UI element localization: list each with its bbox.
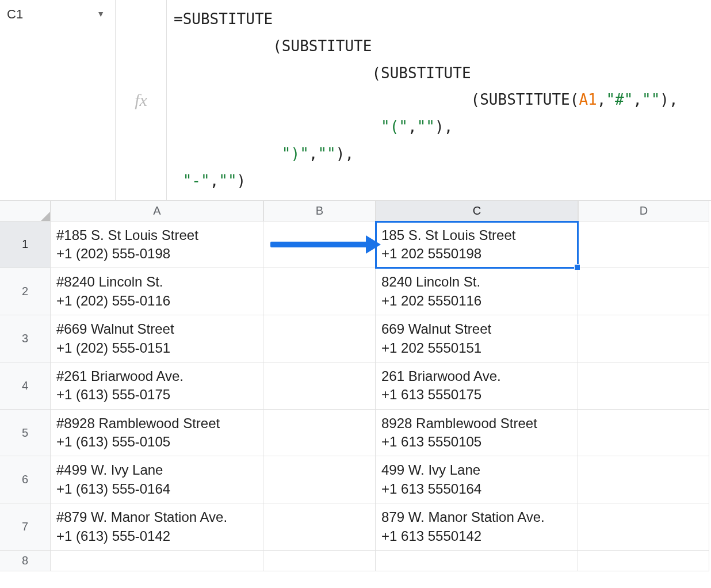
cell-B7[interactable]	[263, 503, 376, 551]
cell-A3[interactable]: #669 Walnut Street +1 (202) 555-0151	[51, 315, 263, 362]
cell-C1[interactable]: 185 S. St Louis Street +1 202 5550198	[376, 222, 578, 269]
spreadsheet-grid[interactable]: A B C D 1 #185 S. St Louis Street +1 (20…	[0, 201, 711, 571]
row-header-2[interactable]: 2	[0, 268, 51, 315]
cell-D4[interactable]	[578, 362, 709, 410]
cell-A4[interactable]: #261 Briarwood Ave. +1 (613) 555-0175	[51, 362, 263, 410]
cell-A2[interactable]: #8240 Lincoln St. +1 (202) 555-0116	[51, 268, 263, 315]
col-header-C[interactable]: C	[376, 201, 578, 222]
row-header-1[interactable]: 1	[0, 222, 51, 269]
name-box[interactable]: C1 ▼	[0, 0, 115, 200]
cell-C7[interactable]: 879 W. Manor Station Ave. +1 613 5550142	[376, 503, 578, 551]
cell-A5[interactable]: #8928 Ramblewood Street +1 (613) 555-010…	[51, 410, 263, 457]
cell-B6[interactable]	[263, 456, 376, 503]
cell-B3[interactable]	[263, 315, 376, 362]
cell-C8[interactable]	[376, 551, 578, 571]
row-header-8[interactable]: 8	[0, 551, 51, 571]
cell-C6[interactable]: 499 W. Ivy Lane +1 613 5550164	[376, 456, 578, 503]
cell-A7[interactable]: #879 W. Manor Station Ave. +1 (613) 555-…	[51, 503, 263, 551]
cell-B5[interactable]	[263, 410, 376, 457]
cell-C4[interactable]: 261 Briarwood Ave. +1 613 5550175	[376, 362, 578, 410]
cell-D7[interactable]	[578, 503, 709, 551]
col-header-D[interactable]: D	[578, 201, 709, 222]
select-all-corner[interactable]	[0, 201, 51, 222]
col-header-A[interactable]: A	[51, 201, 263, 222]
cell-D1[interactable]	[578, 222, 709, 269]
row-header-7[interactable]: 7	[0, 503, 51, 551]
cell-C3[interactable]: 669 Walnut Street +1 202 5550151	[376, 315, 578, 362]
row-header-6[interactable]: 6	[0, 456, 51, 503]
cell-D6[interactable]	[578, 456, 709, 503]
cell-C2[interactable]: 8240 Lincoln St. +1 202 5550116	[376, 268, 578, 315]
cell-D2[interactable]	[578, 268, 709, 315]
formula-bar[interactable]: =SUBSTITUTE (SUBSTITUTE (SUBSTITUTE (SUB…	[167, 0, 711, 200]
fx-icon-column: fx	[115, 0, 167, 200]
cell-B4[interactable]	[263, 362, 376, 410]
cell-B8[interactable]	[263, 551, 376, 571]
name-box-value: C1	[7, 5, 97, 22]
cell-D8[interactable]	[578, 551, 709, 571]
fx-icon: fx	[135, 90, 147, 110]
chevron-down-icon[interactable]: ▼	[97, 5, 108, 18]
cell-C5[interactable]: 8928 Ramblewood Street +1 613 5550105	[376, 410, 578, 457]
formula-bar-area: C1 ▼ fx =SUBSTITUTE (SUBSTITUTE (SUBSTIT…	[0, 0, 711, 201]
cell-B2[interactable]	[263, 268, 376, 315]
cell-A1[interactable]: #185 S. St Louis Street +1 (202) 555-019…	[51, 222, 263, 269]
cell-D3[interactable]	[578, 315, 709, 362]
row-header-3[interactable]: 3	[0, 315, 51, 362]
cell-A8[interactable]	[51, 551, 263, 571]
row-header-5[interactable]: 5	[0, 410, 51, 457]
cell-A6[interactable]: #499 W. Ivy Lane +1 (613) 555-0164	[51, 456, 263, 503]
cell-D5[interactable]	[578, 410, 709, 457]
row-header-4[interactable]: 4	[0, 362, 51, 410]
col-header-B[interactable]: B	[263, 201, 376, 222]
arrow-right-icon	[270, 242, 368, 247]
cell-B1[interactable]	[263, 222, 376, 269]
